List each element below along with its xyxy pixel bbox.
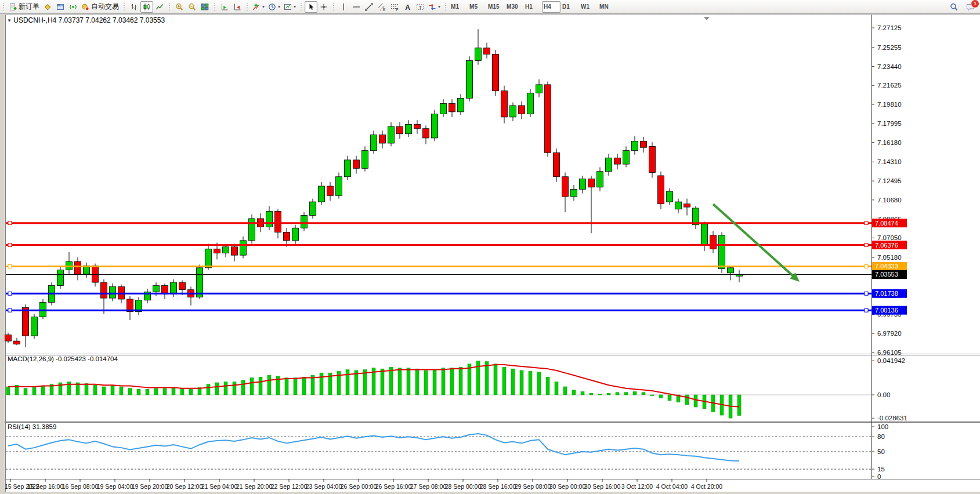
toolbar-grip[interactable] [246,2,249,12]
cursor-button[interactable] [305,1,317,13]
line-anchor-handle[interactable] [865,308,868,312]
line-anchor-handle[interactable] [8,292,12,295]
notification-badge: 1 [971,0,979,8]
tile-windows-button[interactable] [198,1,211,13]
toolbar-grip[interactable] [332,2,335,12]
line-anchor-handle[interactable] [865,221,868,225]
hline-icon [352,3,360,11]
vertical-line-button[interactable] [337,1,350,13]
timeframe-h4-button[interactable]: H4 [542,1,560,13]
candlestick [23,307,29,336]
fibonacci-button[interactable]: F [388,1,401,13]
macd-histogram-bar [346,370,349,395]
macd-histogram-bar [433,370,436,395]
timeframe-m15-button[interactable]: M15 [486,1,505,13]
candlestick [5,335,12,341]
candlestick [632,141,638,150]
toolbar-grip[interactable] [2,2,5,12]
market-watch-button[interactable] [41,1,54,13]
candlestick [92,266,99,282]
trendline-button[interactable] [363,1,375,13]
timeframe-m30-button[interactable]: M30 [505,1,523,13]
timeframe-mn-button[interactable]: MN [598,1,616,13]
text-button[interactable]: A [401,1,414,13]
macd-histogram-bar [93,385,97,395]
macd-histogram-bar [572,390,576,395]
timeframe-m15-button-label: M15 [488,3,503,10]
chart-shift-button[interactable] [231,1,244,13]
price-badge-label: 7.03553 [875,271,898,278]
line-anchor-handle[interactable] [8,244,12,247]
toolbar-grip[interactable] [168,2,171,12]
zoom-out-icon [188,3,196,11]
doc-plus-icon [9,3,17,11]
line-anchor-handle[interactable] [865,244,868,247]
timeframe-h1-button[interactable]: H1 [523,1,542,13]
price-axis-tick-label: 6.97920 [877,330,902,337]
candlestick [101,282,107,298]
time-axis-label: 29 Sep 08:00 [515,483,551,490]
time-axis-label: 16 Sep 08:00 [62,483,99,490]
line-anchor-handle[interactable] [8,264,12,268]
zoom-out-button[interactable] [186,1,198,13]
macd-histogram-bar [241,380,245,395]
symbol-dropdown-icon[interactable]: ▼ [7,18,12,23]
data-window-button[interactable] [54,1,67,13]
candlestick [675,202,682,209]
candlestick [562,177,569,197]
candlestick [179,282,186,290]
bar-chart-button[interactable] [128,1,140,13]
price-axis-tick-label: 7.12495 [877,177,902,184]
macd-histogram-bar [485,361,489,395]
label-button[interactable]: T [414,1,426,13]
price-badge-label: 7.08474 [875,220,898,227]
templates-button[interactable]: ▾ [282,1,298,13]
line-anchor-handle[interactable] [8,308,12,312]
macd-histogram-bar [302,377,306,395]
candlestick [458,98,464,111]
channel-button[interactable]: E [375,1,388,13]
time-axis-label: 21 Sep 20:00 [236,483,273,490]
depth-of-market-button[interactable] [67,1,79,13]
new-order-button[interactable]: 新订单 [7,1,41,13]
auto-trading-button[interactable]: 自动交易 [79,1,121,13]
toolbar-grip[interactable] [444,2,447,12]
periods-button[interactable]: ▾ [266,1,282,13]
candlestick [292,228,299,241]
timeframe-m5-button[interactable]: M5 [468,1,486,13]
auto-scroll-button[interactable] [218,1,231,13]
indicators-button[interactable]: ▾ [251,1,266,13]
search-button[interactable] [948,1,960,13]
horizontal-line-button[interactable] [350,1,363,13]
arrows-button[interactable]: ▾ [426,1,442,13]
candle-chart-button[interactable] [140,1,153,13]
timeframe-w1-button[interactable]: W1 [579,1,598,13]
macd-histogram-bar [563,387,567,395]
timeframe-d1-button[interactable]: D1 [560,1,579,13]
timeframe-m1-button[interactable]: M1 [449,1,468,13]
price-axis-tick-label: 7.10680 [877,197,902,204]
toolbar-grip[interactable] [214,2,216,12]
macd-histogram-bar [224,382,227,395]
candlestick [388,126,395,143]
time-axis-label: 23 Sep 04:00 [306,483,342,490]
line-anchor-handle[interactable] [8,221,12,225]
candlestick [397,126,403,134]
toolbar-grip[interactable] [123,2,126,12]
candlestick [110,286,116,298]
line-anchor-handle[interactable] [865,292,868,295]
macd-histogram-bar [389,367,393,395]
macd-histogram-bar [546,377,549,395]
crosshair-button[interactable] [317,1,330,13]
chevron-down-icon: ▾ [262,5,265,9]
macd-histogram-bar [111,386,114,395]
macd-histogram-bar [415,369,419,395]
toolbar-grip[interactable] [300,2,303,12]
notifications-button[interactable]: 1 [964,1,977,13]
line-chart-button[interactable] [153,1,166,13]
price-badge-label: 7.01738 [875,290,898,297]
zoom-in-button[interactable] [173,1,186,13]
channel-icon: E [378,3,386,11]
tile-windows-icon [201,3,209,11]
line-anchor-handle[interactable] [865,264,868,268]
